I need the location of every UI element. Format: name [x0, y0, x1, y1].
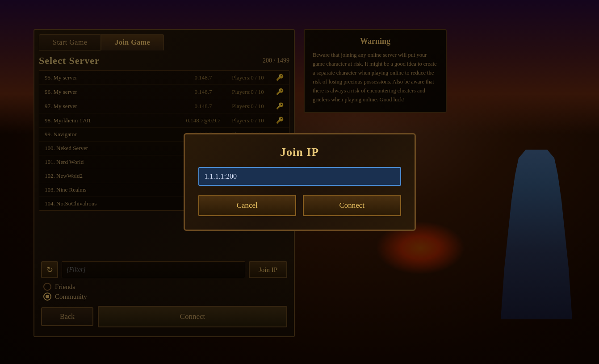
join-ip-dialog: Join IP Cancel Connect: [184, 133, 416, 231]
join-ip-input[interactable]: [198, 167, 401, 186]
modal-cancel-button[interactable]: Cancel: [198, 195, 297, 216]
join-ip-title: Join IP: [198, 146, 401, 159]
modal-buttons: Cancel Connect: [198, 195, 401, 216]
modal-overlay: Join IP Cancel Connect: [0, 0, 599, 364]
modal-connect-button[interactable]: Connect: [303, 195, 401, 216]
